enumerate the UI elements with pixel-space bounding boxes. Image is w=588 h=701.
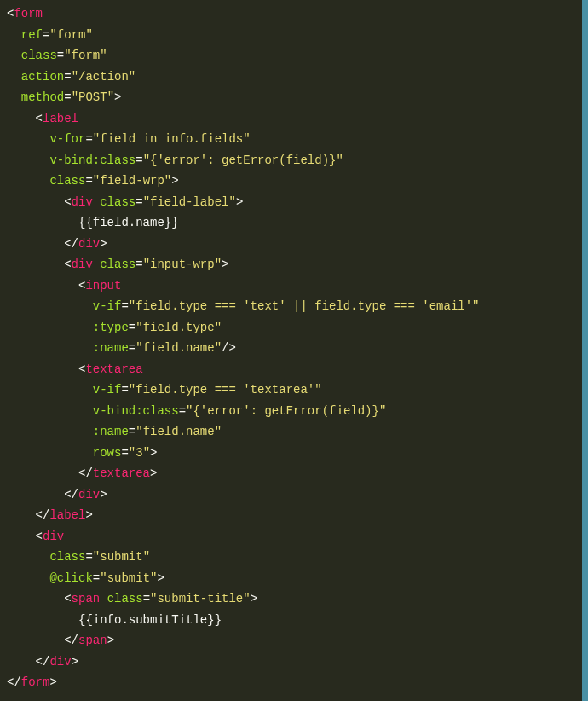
code-line: v-if="field.type === 'textarea'" — [7, 379, 588, 401]
token-str: "3" — [129, 446, 150, 460]
code-line: @click="submit"> — [7, 568, 588, 589]
token-punct: > — [150, 446, 157, 460]
token-tag: label — [43, 112, 78, 125]
token-punct: < — [36, 530, 43, 543]
code-line: <div class="field-label"> — [7, 192, 588, 213]
token-str: "input-wrp" — [143, 258, 222, 271]
token-op: = — [85, 174, 92, 188]
token-attr: v-bind:class — [49, 154, 135, 167]
token-attr: class — [107, 592, 143, 605]
code-line: </div> — [7, 484, 588, 506]
token-tag: div — [72, 195, 93, 209]
token-tag: div — [78, 237, 100, 251]
code-line: rows="3"> — [7, 443, 588, 464]
token-punct: < — [64, 195, 71, 209]
token-op: = — [85, 550, 92, 564]
token-attr: rows — [93, 446, 122, 460]
token-attr: @click — [49, 571, 92, 585]
token-tag: input — [85, 279, 121, 293]
code-line: <label — [7, 108, 588, 130]
code-line: </span> — [7, 630, 588, 652]
token-str: "submit" — [93, 550, 150, 564]
code-line: v-bind:class="{'error': getError(field)}… — [7, 401, 588, 422]
token-punct: > — [150, 466, 157, 480]
token-punct: < — [64, 258, 71, 271]
token-punct: > — [171, 174, 178, 188]
code-line: ref="form" — [7, 25, 588, 46]
token-tag: div — [49, 655, 71, 669]
code-line: <input — [7, 275, 588, 297]
code-line: </form> — [7, 672, 588, 693]
token-str: "submit" — [100, 571, 157, 585]
token-op: = — [129, 341, 135, 355]
token-tag: label — [49, 508, 85, 522]
token-op: = — [57, 49, 64, 62]
token-punct: > — [49, 675, 56, 689]
token-str: "submit-title" — [150, 592, 251, 605]
token-punct: </ — [36, 655, 50, 669]
token-op: = — [129, 321, 135, 334]
code-line: class="field-wrp"> — [7, 171, 588, 192]
code-line: method="POST"> — [7, 87, 588, 108]
token-punct — [93, 195, 100, 209]
token-punct: </ — [78, 466, 93, 480]
code-line: v-bind:class="{'error': getError(field)}… — [7, 150, 588, 171]
token-op: = — [135, 195, 142, 209]
code-line: </label> — [7, 505, 588, 526]
token-attr: :name — [93, 425, 129, 438]
token-str: "field.type" — [135, 321, 222, 334]
token-punct: </ — [36, 508, 50, 522]
scrollbar-track — [582, 0, 588, 701]
code-line: <div — [7, 526, 588, 547]
token-op: = — [135, 258, 142, 271]
token-punct: > — [236, 195, 243, 209]
code-line: <span class="submit-title"> — [7, 588, 588, 610]
token-attr: v-bind:class — [93, 404, 179, 418]
token-str: "{'error': getError(field)}" — [186, 404, 386, 418]
token-attr: class — [49, 550, 85, 564]
scrollbar-thumb[interactable] — [582, 0, 588, 701]
token-punct: </ — [7, 675, 21, 689]
code-line: </textarea> — [7, 463, 588, 484]
token-op: = — [64, 90, 71, 104]
token-punct — [93, 258, 100, 271]
token-punct: > — [100, 237, 107, 251]
token-str: "field.name" — [135, 341, 222, 355]
token-punct: > — [100, 488, 107, 501]
code-line: {{info.submitTitle}} — [7, 610, 588, 631]
token-attr: class — [21, 49, 57, 62]
token-punct: > — [72, 655, 78, 669]
token-attr: class — [100, 258, 135, 271]
token-punct: < — [36, 112, 43, 125]
token-attr: v-if — [93, 299, 122, 313]
token-attr: action — [21, 70, 64, 84]
token-str: "field-label" — [143, 195, 236, 209]
token-attr: class — [49, 174, 85, 188]
token-attr: :type — [93, 321, 129, 334]
code-line: <div class="input-wrp"> — [7, 254, 588, 275]
token-punct: > — [114, 90, 121, 104]
code-line: <textarea — [7, 359, 588, 380]
token-punct: > — [107, 634, 114, 647]
code-line: :name="field.name"/> — [7, 338, 588, 359]
token-punct: > — [85, 508, 92, 522]
token-tag: span — [78, 634, 107, 647]
token-attr: v-if — [93, 383, 122, 397]
code-line: v-if="field.type === 'text' || field.typ… — [7, 296, 588, 317]
token-punct: </ — [64, 634, 78, 647]
token-op: = — [121, 299, 128, 313]
code-line: v-for="field in info.fields" — [7, 129, 588, 150]
token-punct: > — [157, 571, 164, 585]
token-op: = — [121, 446, 128, 460]
token-op: = — [143, 592, 150, 605]
token-attr: v-for — [49, 132, 85, 146]
token-attr: class — [100, 195, 135, 209]
code-line: :name="field.name" — [7, 421, 588, 443]
token-str: "field-wrp" — [93, 174, 171, 188]
code-line: {{field.name}} — [7, 212, 588, 234]
token-tag: div — [43, 530, 64, 543]
token-punct: {{field.name}} — [78, 216, 179, 229]
token-op: = — [64, 70, 71, 84]
code-line: </div> — [7, 652, 588, 673]
token-tag: div — [72, 258, 93, 271]
